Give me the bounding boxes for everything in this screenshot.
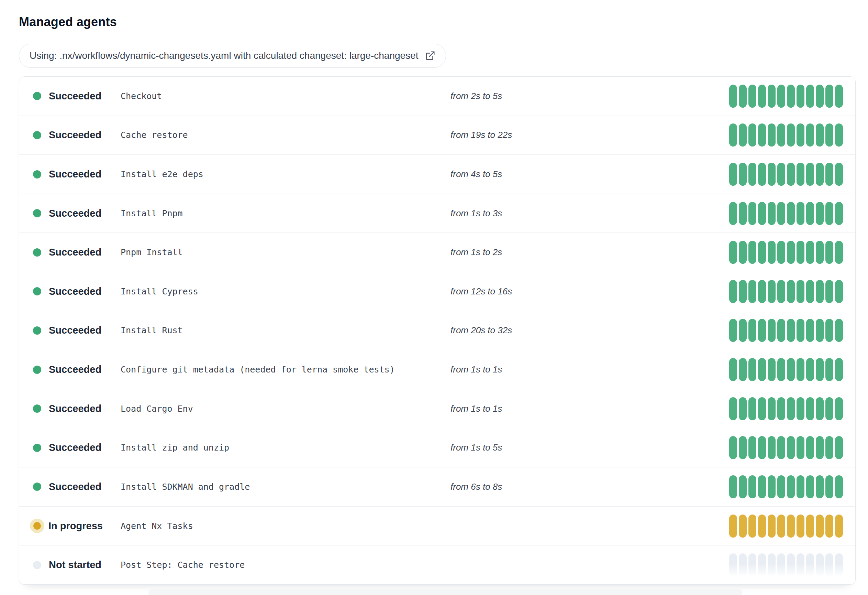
usage-bar	[816, 554, 824, 576]
status-label: Succeeded	[49, 442, 101, 453]
status-dot-icon	[33, 287, 41, 295]
usage-bar	[816, 358, 824, 381]
agent-usage-bars	[729, 84, 843, 108]
status-dot-icon	[33, 366, 41, 374]
usage-bar	[758, 554, 766, 576]
usage-bar	[787, 397, 795, 420]
step-row[interactable]: Succeeded Checkout from 2s to 5s	[19, 77, 855, 115]
status-dot-icon	[33, 444, 41, 452]
usage-bar	[777, 280, 785, 303]
usage-bar	[816, 84, 824, 108]
step-row[interactable]: Succeeded Install Pnpm from 1s to 3s	[19, 194, 855, 233]
usage-bar	[816, 123, 824, 147]
step-row[interactable]: In progress Agent Nx Tasks	[19, 506, 855, 545]
usage-bar	[787, 436, 795, 459]
workflow-config-pill[interactable]: Using: .nx/workflows/dynamic-changesets.…	[19, 44, 446, 68]
usage-bar	[787, 163, 795, 186]
usage-bar	[777, 436, 785, 459]
agent-usage-bars	[729, 554, 843, 576]
usage-bar	[816, 202, 824, 225]
step-row[interactable]: Succeeded Pnpm Install from 1s to 2s	[19, 232, 855, 272]
usage-bar	[729, 123, 737, 147]
usage-bar	[768, 163, 776, 186]
status-cell: Succeeded	[33, 247, 121, 258]
step-row[interactable]: Succeeded Install zip and unzip from 1s …	[19, 428, 855, 467]
agent-usage-bars	[729, 123, 843, 147]
usage-bar	[748, 554, 756, 576]
usage-bar	[806, 475, 814, 498]
usage-bar	[825, 202, 833, 225]
workflow-config-label: Using: .nx/workflows/dynamic-changesets.…	[30, 50, 418, 61]
usage-bar	[768, 319, 776, 342]
usage-bar	[787, 475, 795, 498]
usage-bar	[739, 358, 747, 381]
step-row[interactable]: Succeeded Install SDKMAN and gradle from…	[19, 467, 855, 506]
usage-bar	[825, 319, 833, 342]
usage-bar	[729, 84, 737, 108]
step-row[interactable]: Not started Post Step: Cache restore	[19, 545, 855, 584]
usage-bar	[835, 163, 843, 186]
step-row[interactable]: Succeeded Cache restore from 19s to 22s	[19, 115, 855, 155]
usage-bar	[748, 163, 756, 186]
usage-bar	[797, 554, 805, 576]
step-name: Install e2e deps	[121, 169, 450, 179]
usage-bar	[758, 123, 766, 147]
usage-bar	[806, 436, 814, 459]
agent-usage-bars	[729, 515, 843, 537]
usage-bar	[787, 358, 795, 381]
usage-bar	[758, 202, 766, 225]
usage-bar	[768, 475, 776, 498]
usage-bar	[825, 554, 833, 576]
usage-bar	[758, 280, 766, 303]
usage-bar	[768, 280, 776, 303]
usage-bar	[739, 280, 747, 303]
usage-bar	[825, 280, 833, 303]
status-label: Not started	[49, 559, 101, 571]
step-duration: from 20s to 32s	[450, 325, 729, 336]
usage-bar	[768, 123, 776, 147]
usage-bar	[816, 280, 824, 303]
usage-bar	[835, 397, 843, 420]
step-row[interactable]: Succeeded Configure git metadata (needed…	[19, 350, 855, 389]
step-duration: from 1s to 1s	[450, 403, 729, 414]
step-row[interactable]: Succeeded Load Cargo Env from 1s to 1s	[19, 389, 855, 428]
usage-bar	[758, 163, 766, 186]
usage-bar	[748, 319, 756, 342]
page-title: Managed agents	[19, 15, 117, 29]
status-cell: Succeeded	[33, 403, 121, 414]
status-dot-icon	[33, 248, 41, 256]
usage-bar	[816, 515, 824, 537]
status-label: In progress	[49, 520, 103, 532]
usage-bar	[797, 280, 805, 303]
usage-bar	[787, 241, 795, 264]
agent-usage-bars	[729, 280, 843, 303]
usage-bar	[729, 358, 737, 381]
step-name: Load Cargo Env	[121, 404, 450, 414]
usage-bar	[825, 475, 833, 498]
status-label: Succeeded	[49, 208, 101, 219]
external-link-icon[interactable]	[425, 50, 435, 61]
status-dot-icon	[33, 209, 41, 218]
usage-bar	[777, 84, 785, 108]
usage-bar	[729, 241, 737, 264]
usage-bar	[816, 436, 824, 459]
usage-bar	[748, 202, 756, 225]
usage-bar	[777, 241, 785, 264]
usage-bar	[768, 202, 776, 225]
step-duration: from 1s to 5s	[450, 442, 729, 453]
usage-bar	[777, 319, 785, 342]
status-label: Succeeded	[49, 169, 101, 180]
step-duration: from 6s to 8s	[450, 481, 729, 492]
status-cell: Succeeded	[33, 169, 121, 180]
usage-bar	[816, 475, 824, 498]
agent-usage-bars	[729, 436, 843, 459]
usage-bar	[739, 554, 747, 576]
step-row[interactable]: Succeeded Install Rust from 20s to 32s	[19, 311, 855, 350]
step-name: Checkout	[121, 91, 450, 101]
step-row[interactable]: Succeeded Install Cypress from 12s to 16…	[19, 272, 855, 311]
usage-bar	[777, 475, 785, 498]
step-row[interactable]: Succeeded Install e2e deps from 4s to 5s	[19, 154, 855, 194]
usage-bar	[787, 515, 795, 537]
status-cell: Succeeded	[33, 90, 121, 102]
usage-bar	[758, 241, 766, 264]
